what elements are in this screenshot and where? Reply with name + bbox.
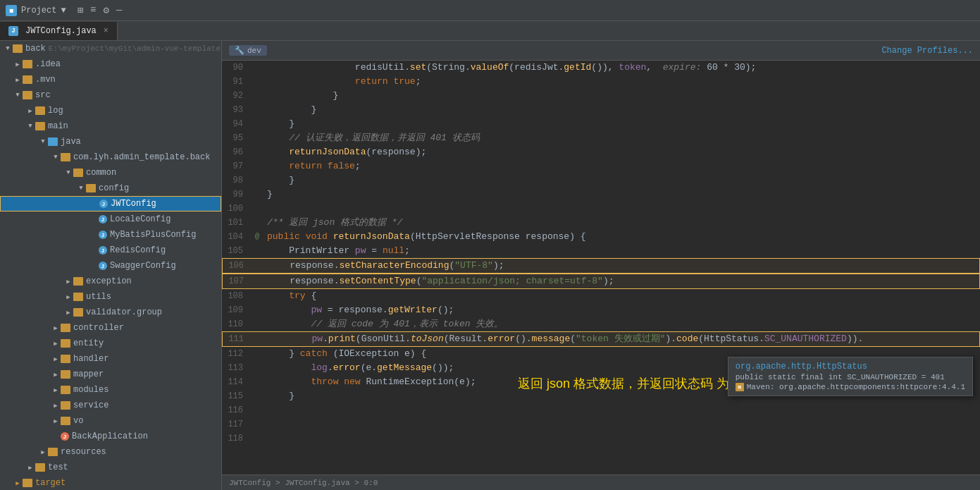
code-line-101: 101 /** 返回 json 格式的数据 */: [222, 216, 980, 230]
gear-icon[interactable]: ⚙: [103, 4, 108, 16]
sidebar-item-vo[interactable]: ▶ vo: [0, 413, 221, 429]
code-line-109: 109 pw = response.getWriter();: [222, 303, 980, 317]
grid-icon[interactable]: ⊞: [77, 4, 83, 16]
code-line-99: 99 }: [222, 188, 980, 202]
code-line-93: 93 }: [222, 103, 980, 117]
sidebar-item-utils[interactable]: ▶ utils: [0, 289, 221, 305]
sidebar-item-com[interactable]: ▼ com.lyh.admin_template.back: [0, 149, 221, 165]
sidebar-item-test[interactable]: ▶ test: [0, 460, 221, 475]
item-label: common: [86, 168, 116, 178]
item-label: src: [35, 90, 51, 100]
sidebar-item-idea[interactable]: ▶ .idea: [0, 56, 221, 72]
code-line-92: 92 }: [222, 89, 980, 103]
sidebar-item-config[interactable]: ▼ config: [0, 180, 221, 196]
change-profiles-button[interactable]: Change Profiles...: [881, 46, 973, 56]
dev-label: dev: [247, 47, 261, 55]
code-line-94: 94 }: [222, 117, 980, 131]
item-label: MyBatisPlusConfig: [110, 230, 196, 240]
sidebar-item-service[interactable]: ▶ service: [0, 398, 221, 413]
arrow-down: ▼: [51, 152, 61, 162]
folder-icon: [61, 370, 70, 379]
line-num: 117: [222, 417, 250, 431]
editor-area: 🔧 dev Change Profiles... 90 redisUtil.se…: [222, 41, 980, 490]
sidebar-item-main[interactable]: ▼ main: [0, 118, 221, 134]
line-num: 106: [223, 259, 251, 273]
line-content: return false;: [264, 159, 980, 173]
code-line-108: 108 try {: [222, 289, 980, 303]
sidebar-item-swaggerconfig[interactable]: J SwaggerConfig: [0, 258, 221, 274]
sidebar-item-handler[interactable]: ▶ handler: [0, 351, 221, 367]
folder-icon: [48, 448, 58, 456]
line-num: 105: [222, 244, 250, 258]
sidebar-item-backapplication[interactable]: J BackApplication: [0, 429, 221, 444]
tab-java-icon: J: [8, 26, 18, 36]
code-line-104: 104 @ public void returnJsonData(HttpSer…: [222, 230, 980, 244]
spacer: [89, 261, 99, 271]
sidebar-item-resources[interactable]: ▶ resources: [0, 444, 221, 460]
sidebar-item-mvn[interactable]: ▶ .mvn: [0, 72, 221, 87]
project-label: Project: [21, 6, 56, 16]
line-content: pw = response.getWriter();: [264, 303, 980, 317]
sidebar-item-jwtconfig[interactable]: J JWTConfig: [0, 196, 221, 212]
arrow-right: ▶: [13, 59, 23, 69]
sidebar-item-common[interactable]: ▼ common: [0, 165, 221, 180]
item-label: .mvn: [35, 75, 56, 85]
item-label: target: [35, 478, 66, 488]
folder-icon: [61, 324, 70, 332]
sidebar-item-log[interactable]: ▶ log: [0, 103, 221, 118]
line-content: try {: [264, 289, 980, 303]
item-label: entity: [73, 338, 104, 348]
code-editor[interactable]: 90 redisUtil.set(String.valueOf(redisJwt…: [222, 61, 980, 474]
line-content: }: [264, 89, 980, 103]
sidebar-item-localeconfig[interactable]: J LocaleConfig: [0, 212, 221, 227]
sidebar-item-mybatisconfig[interactable]: J MyBatisPlusConfig: [0, 227, 221, 243]
line-num: 94: [222, 117, 250, 131]
java-file-icon: J: [99, 231, 107, 239]
line-num: 112: [222, 347, 250, 361]
sidebar-item-back[interactable]: ▼ back E:\myProject\myGit\admin-vue-temp…: [0, 41, 221, 56]
sidebar-item-mapper[interactable]: ▶ mapper: [0, 367, 221, 382]
line-num: 95: [222, 131, 250, 145]
code-line-110: 110 // 返回 code 为 401，表示 token 失效。: [222, 317, 980, 331]
tooltip-line2: M Maven: org.apache.httpcomponents:httpc…: [736, 383, 965, 391]
spacer: [89, 199, 99, 209]
arrow-right: ▶: [51, 385, 61, 395]
arrow-down: ▼: [38, 137, 48, 147]
sidebar-item-controller[interactable]: ▶ controller: [0, 320, 221, 336]
spacer: [89, 245, 99, 255]
folder-icon: [23, 91, 32, 99]
sidebar-item-src[interactable]: ▼ src: [0, 87, 221, 103]
path-label: E:\myProject\myGit\admin-vue-template\b: [49, 44, 222, 53]
sidebar-item-validator[interactable]: ▶ validator.group: [0, 305, 221, 320]
sidebar-item-java[interactable]: ▼ java: [0, 134, 221, 149]
annotation-text: 返回 json 格式数据，并返回状态码 为 401: [518, 375, 754, 392]
arrow-right: ▶: [51, 400, 61, 410]
arrow-right: ▶: [63, 292, 73, 302]
tab-close-icon[interactable]: ×: [104, 26, 108, 36]
sidebar-item-redisconfig[interactable]: J RedisConfig: [0, 243, 221, 258]
item-label: mapper: [73, 369, 104, 379]
tab-jwtconfig[interactable]: J JWTConfig.java ×: [0, 22, 118, 40]
project-dropdown[interactable]: ▼: [61, 6, 66, 16]
arrow-right: ▶: [63, 307, 73, 317]
item-label: RedisConfig: [110, 245, 166, 255]
line-num: 101: [222, 216, 250, 230]
item-label: handler: [73, 354, 108, 364]
code-line-106: 106 response.setCharacterEncoding("UTF-8…: [222, 258, 980, 274]
sidebar-item-entity[interactable]: ▶ entity: [0, 336, 221, 351]
gutter-arrow: @: [255, 230, 259, 244]
item-label: config: [99, 183, 129, 193]
java-file-icon: J: [99, 262, 107, 270]
settings-icon[interactable]: ≡: [90, 4, 96, 16]
line-num: 115: [222, 389, 250, 403]
line-num: 113: [222, 361, 250, 375]
sidebar-item-target[interactable]: ▶ target: [0, 475, 221, 490]
line-content: returnJsonData(response);: [264, 145, 980, 159]
sidebar-item-exception[interactable]: ▶ exception: [0, 274, 221, 289]
project-icon: ◼: [6, 5, 17, 16]
code-line-116: 116: [222, 403, 980, 417]
bottom-file-info: JWTConfig > JWTConfig.java > 0:0: [229, 479, 378, 487]
sidebar-item-modules[interactable]: ▶ modules: [0, 382, 221, 398]
minimize-icon[interactable]: —: [116, 4, 122, 16]
dev-badge[interactable]: 🔧 dev: [229, 45, 267, 56]
